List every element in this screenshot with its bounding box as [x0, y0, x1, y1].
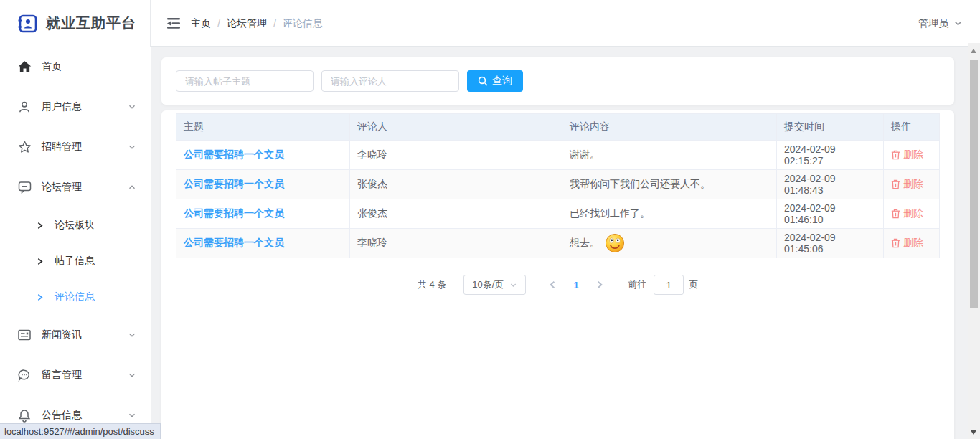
table-row: 公司需要招聘一个文员 张俊杰 已经找到工作了。 2024-02-09 01:46…: [176, 199, 939, 228]
chevron-down-icon: [128, 411, 136, 420]
content-cell: 想去。: [570, 237, 600, 250]
topic-link[interactable]: 公司需要招聘一个文员: [184, 207, 284, 220]
content-cell: 谢谢。: [562, 141, 777, 169]
search-icon: [478, 76, 488, 86]
sidebar-item-label: 招聘管理: [42, 141, 128, 154]
app-logo-icon: [17, 13, 39, 34]
news-icon: [18, 329, 32, 341]
arrow-right-icon: [36, 258, 44, 265]
arrow-right-icon: [36, 293, 44, 301]
query-button-label: 查询: [492, 75, 512, 88]
delete-button[interactable]: 删除: [891, 148, 923, 161]
time-cell: 2024-02-09 02:15:27: [777, 141, 884, 169]
smiley-face-emoji: [605, 233, 625, 253]
sidebar-subitem-forum-boards[interactable]: 论坛板块: [0, 207, 151, 243]
sidebar-subitem-label: 帖子信息: [55, 255, 95, 268]
bell-icon: [18, 409, 32, 423]
scroll-down-arrow-icon[interactable]: [971, 430, 976, 435]
sidebar-item-home[interactable]: 首页: [0, 47, 151, 87]
pagination-total: 共 4 条: [418, 278, 446, 291]
column-header-content: 评论内容: [562, 114, 777, 140]
arrow-right-icon: [36, 222, 44, 230]
sidebar-item-label: 论坛管理: [42, 181, 128, 194]
link-preview-statusbar: localhost:9527/#/admin/post/discuss: [0, 423, 161, 439]
chat-bubble-icon: [18, 181, 32, 194]
chevron-down-icon: [128, 103, 136, 111]
column-header-commenter: 评论人: [350, 114, 562, 140]
time-cell: 2024-02-09 01:48:43: [777, 170, 884, 199]
scroll-up-arrow-icon[interactable]: [971, 49, 976, 53]
commenter-cell: 张俊杰: [350, 170, 562, 199]
sidebar-item-label: 用户信息: [42, 100, 128, 113]
next-page-button[interactable]: [586, 275, 613, 295]
sidebar-item-users[interactable]: 用户信息: [0, 87, 151, 127]
goto-label: 前往: [628, 278, 646, 291]
query-button[interactable]: 查询: [467, 70, 523, 92]
delete-button[interactable]: 删除: [891, 178, 923, 191]
scrollbar-thumb[interactable]: [970, 60, 978, 308]
topic-link[interactable]: 公司需要招聘一个文员: [184, 237, 284, 250]
commenter-cell: 李晓玲: [350, 141, 562, 169]
sidebar-subitem-label: 论坛板块: [55, 219, 95, 232]
sidebar-item-recruit[interactable]: 招聘管理: [0, 127, 151, 167]
table-row: 公司需要招聘一个文员 李晓玲 谢谢。 2024-02-09 02:15:27 删…: [176, 140, 939, 169]
topic-search-input[interactable]: [176, 70, 314, 92]
sidebar-subitem-forum-comments[interactable]: 评论信息: [0, 279, 151, 315]
page-unit-label: 页: [689, 278, 698, 291]
column-header-actions: 操作: [884, 114, 939, 140]
pagination: 共 4 条 10条/页 1 前往 页: [176, 275, 940, 295]
breadcrumb-forum[interactable]: 论坛管理: [227, 17, 267, 30]
column-header-topic: 主题: [176, 114, 350, 140]
home-icon: [18, 60, 32, 73]
topic-link[interactable]: 公司需要招聘一个文员: [184, 178, 284, 191]
sidebar-item-label: 公告信息: [42, 409, 128, 422]
search-panel: 查询: [161, 57, 954, 105]
main-content: 查询 主题 评论人 评论内容 提交时间 操作 公司需要招聘一个文员 李晓玲 谢谢…: [151, 47, 968, 439]
page-size-select[interactable]: 10条/页: [463, 275, 526, 295]
page-number-1[interactable]: 1: [566, 275, 586, 295]
trash-icon: [891, 238, 900, 248]
star-icon: [18, 141, 32, 154]
breadcrumb-current: 评论信息: [283, 17, 323, 30]
message-bubble-icon: [18, 369, 32, 382]
sidebar-item-label: 留言管理: [42, 369, 128, 382]
commenter-search-input[interactable]: [321, 70, 459, 92]
sidebar: 首页 用户信息 招聘管理 论坛管理 论坛板块: [0, 47, 151, 439]
content-cell: 我帮你问下我们公司还要人不。: [562, 170, 777, 199]
delete-button[interactable]: 删除: [891, 207, 923, 220]
topic-link[interactable]: 公司需要招聘一个文员: [184, 148, 284, 161]
app-logo: 就业互助平台: [0, 0, 151, 47]
trash-icon: [891, 150, 900, 160]
sidebar-item-forum[interactable]: 论坛管理: [0, 167, 151, 207]
sidebar-subitem-forum-posts[interactable]: 帖子信息: [0, 243, 151, 279]
chevron-down-icon: [128, 331, 136, 339]
time-cell: 2024-02-09 01:46:10: [777, 199, 884, 228]
sidebar-item-news[interactable]: 新闻资讯: [0, 315, 151, 355]
breadcrumb: 主页 / 论坛管理 / 评论信息: [191, 0, 323, 47]
sidebar-item-label: 首页: [42, 60, 136, 73]
goto-page-input[interactable]: [654, 275, 684, 295]
delete-button[interactable]: 删除: [891, 237, 923, 250]
prev-page-button[interactable]: [539, 275, 566, 295]
user-menu[interactable]: 管理员: [918, 0, 963, 47]
sidebar-fold-icon[interactable]: [159, 0, 188, 47]
delete-label: 删除: [903, 178, 923, 191]
breadcrumb-separator: /: [273, 18, 276, 29]
commenter-cell: 张俊杰: [350, 199, 562, 228]
trash-icon: [891, 209, 900, 219]
comments-table: 主题 评论人 评论内容 提交时间 操作 公司需要招聘一个文员 李晓玲 谢谢。 2…: [176, 113, 940, 258]
vertical-scrollbar[interactable]: [968, 43, 980, 439]
user-icon: [18, 100, 32, 113]
breadcrumb-home[interactable]: 主页: [191, 17, 211, 30]
top-bar: 就业互助平台 主页 / 论坛管理 / 评论信息 管理员: [0, 0, 980, 47]
sidebar-item-messages[interactable]: 留言管理: [0, 355, 151, 395]
column-header-time: 提交时间: [777, 114, 884, 140]
chevron-down-icon: [128, 371, 136, 379]
time-cell: 2024-02-09 01:45:06: [777, 229, 884, 258]
table-row: 公司需要招聘一个文员 李晓玲 想去。: [176, 228, 939, 258]
chevron-down-icon: [509, 281, 517, 289]
chevron-down-icon: [953, 19, 963, 28]
breadcrumb-separator: /: [217, 18, 220, 29]
table-panel: 主题 评论人 评论内容 提交时间 操作 公司需要招聘一个文员 李晓玲 谢谢。 2…: [161, 110, 954, 439]
content-cell: 已经找到工作了。: [562, 199, 777, 228]
